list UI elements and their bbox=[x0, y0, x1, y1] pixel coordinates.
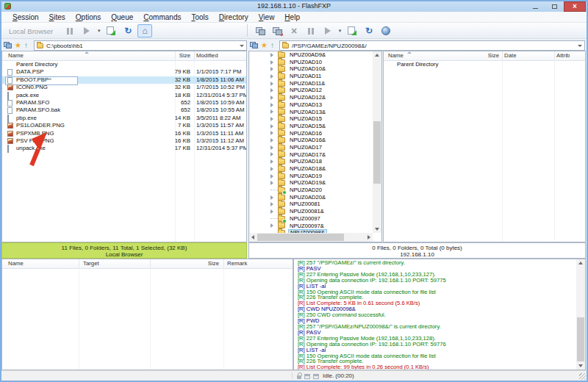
go-up-icon[interactable]: ↑ bbox=[270, 41, 274, 49]
tree-item[interactable]: NPUZ0AD20 bbox=[250, 187, 373, 194]
file-row[interactable]: pbp.exe14 KB3/5/2011 8:22 AM bbox=[2, 115, 246, 122]
tree-item[interactable]: NPUZ0AD16& bbox=[250, 137, 373, 144]
file-row[interactable]: PS1LOADER.PNG7 KB1/3/2015 11:57 AM bbox=[2, 122, 246, 129]
browse-network-icon[interactable] bbox=[250, 42, 258, 48]
expand-icon[interactable] bbox=[270, 202, 273, 206]
column-header-size[interactable]: Size bbox=[457, 51, 499, 60]
scroll-left-arrow[interactable] bbox=[249, 233, 257, 242]
expand-icon[interactable] bbox=[270, 152, 273, 156]
tree-item[interactable]: NPUZ0AD13& bbox=[250, 109, 373, 116]
favorites-star-icon[interactable]: ★ bbox=[261, 41, 268, 49]
resize-grip[interactable] bbox=[579, 373, 586, 380]
tree-item[interactable]: NPUZ0AD19 bbox=[250, 173, 373, 180]
expand-icon[interactable] bbox=[270, 145, 273, 150]
tree-item[interactable]: NPUZ00097& bbox=[250, 223, 373, 230]
column-header-target[interactable]: Target bbox=[83, 259, 99, 268]
scrollbar-thumb[interactable] bbox=[373, 121, 381, 184]
rename-edit[interactable]: PBOOT.PBP^ bbox=[16, 76, 51, 84]
disconnect-button[interactable] bbox=[270, 24, 284, 37]
tree-item[interactable]: NPUZ0AD11& bbox=[250, 80, 373, 87]
menu-item-queue[interactable]: Queue bbox=[106, 12, 138, 23]
connect-button[interactable] bbox=[253, 24, 268, 37]
file-row[interactable]: PARAM.SFO.bak6521/8/2015 10:55 AM bbox=[2, 107, 246, 114]
expand-icon[interactable] bbox=[270, 88, 273, 93]
tree-item[interactable]: NPUZ00097 bbox=[250, 215, 373, 223]
menu-item-commands[interactable]: Commands bbox=[138, 12, 186, 23]
expand-icon[interactable] bbox=[270, 82, 273, 86]
go-up-icon[interactable]: ↑ bbox=[24, 41, 28, 49]
expand-icon[interactable] bbox=[270, 103, 273, 107]
remote-transfer-button[interactable] bbox=[345, 24, 359, 37]
tree-item[interactable]: NPUZ00AD9& bbox=[250, 51, 373, 59]
expand-icon[interactable] bbox=[270, 174, 273, 179]
title-bar[interactable]: 192.168.1.10 - FlashFXP × bbox=[0, 0, 588, 12]
file-row[interactable]: pack.exe18 KB12/31/2014 5:37 PM bbox=[2, 92, 246, 99]
file-row[interactable]: ICON0.PNG32 KB1/7/2015 10:52 PM bbox=[2, 84, 246, 91]
file-row[interactable]: Parent Directory bbox=[384, 61, 585, 68]
tree-horizontal-scrollbar[interactable] bbox=[249, 233, 373, 242]
column-header-size[interactable]: Size bbox=[127, 51, 190, 60]
expand-icon[interactable] bbox=[270, 131, 273, 135]
file-row[interactable]: DATA.PSP79 KB1/1/2015 7:17 PM bbox=[2, 68, 246, 76]
expand-icon[interactable] bbox=[270, 167, 273, 171]
column-separator[interactable] bbox=[175, 51, 176, 60]
tree-item[interactable]: NPUZ0AD19& bbox=[250, 179, 373, 187]
favorites-star-icon[interactable]: ★ bbox=[15, 41, 21, 49]
remote-path-combobox[interactable]: /PSP/GAMEz/NPUZ00098&/ bbox=[279, 40, 585, 51]
scrollbar-thumb[interactable] bbox=[577, 317, 584, 361]
expand-icon[interactable] bbox=[270, 138, 273, 143]
tree-item[interactable]: NPUZ00081 bbox=[250, 201, 373, 208]
file-row[interactable]: PARAM.SFO6521/8/2015 10:59 AM bbox=[2, 99, 246, 107]
tree-item[interactable]: NPUZ0AD13 bbox=[250, 101, 373, 109]
column-header-size[interactable]: Size bbox=[157, 259, 219, 268]
abort-button[interactable]: × bbox=[287, 24, 301, 37]
remote-site-button[interactable] bbox=[379, 24, 393, 37]
tree-item[interactable]: NPUZ0AD16 bbox=[250, 130, 373, 137]
expand-icon[interactable] bbox=[270, 53, 273, 57]
tree-item[interactable]: NPUZ00081& bbox=[250, 208, 373, 215]
play-dropdown[interactable]: ▾ bbox=[96, 28, 101, 34]
browse-network-icon[interactable] bbox=[4, 42, 12, 48]
tree-item[interactable]: NPUZ0AD11 bbox=[250, 73, 373, 80]
pause-button[interactable] bbox=[62, 24, 77, 37]
menu-item-sites[interactable]: Sites bbox=[44, 12, 71, 23]
column-header-remark[interactable]: Remark bbox=[227, 259, 247, 268]
chevron-down-icon[interactable] bbox=[240, 45, 244, 47]
column-separator[interactable] bbox=[223, 259, 224, 267]
column-header-date[interactable]: Date bbox=[504, 51, 516, 60]
expand-icon[interactable] bbox=[270, 60, 273, 65]
maximize-button[interactable] bbox=[545, 1, 564, 12]
file-row[interactable]: Parent Directory bbox=[2, 61, 246, 68]
tree-item[interactable]: NPUZ0AD10 bbox=[250, 59, 373, 66]
tree-item[interactable]: NPUZ0AD10& bbox=[250, 65, 373, 73]
scroll-up-arrow[interactable] bbox=[576, 259, 585, 267]
tree-item[interactable]: NPUZ0AD17& bbox=[250, 151, 373, 159]
expand-icon[interactable] bbox=[270, 124, 273, 129]
expand-icon[interactable] bbox=[270, 181, 273, 185]
column-header-name[interactable]: Name bbox=[8, 259, 24, 268]
scroll-right-arrow[interactable] bbox=[365, 233, 373, 242]
remote-pause-button[interactable] bbox=[304, 24, 318, 37]
column-separator[interactable] bbox=[502, 51, 503, 60]
expand-icon[interactable] bbox=[270, 74, 273, 79]
column-header-modified[interactable]: Modified bbox=[196, 51, 218, 60]
minimize-button[interactable] bbox=[526, 1, 545, 12]
home-button[interactable]: ⌂ bbox=[137, 24, 152, 37]
column-separator[interactable] bbox=[79, 259, 79, 267]
refresh-button[interactable]: ↻ bbox=[121, 24, 135, 37]
local-path-combobox[interactable]: C:\pboots\hb1 bbox=[34, 40, 247, 51]
menu-item-view[interactable]: View bbox=[254, 12, 280, 23]
tree-vertical-scrollbar[interactable] bbox=[373, 51, 381, 233]
column-separator[interactable] bbox=[194, 51, 195, 60]
scroll-up-arrow[interactable] bbox=[373, 51, 381, 59]
log-vertical-scrollbar[interactable] bbox=[576, 259, 585, 370]
scroll-down-arrow[interactable] bbox=[373, 226, 381, 233]
menu-item-directory[interactable]: Directory bbox=[214, 12, 254, 23]
remote-play-button[interactable] bbox=[320, 24, 335, 37]
column-separator[interactable] bbox=[150, 259, 151, 267]
file-row[interactable]: PBOOT.PBP^32 KB1/8/2015 11:06 AM bbox=[2, 76, 246, 84]
transfer-button[interactable] bbox=[104, 24, 118, 37]
column-header-name[interactable]: Name bbox=[388, 51, 404, 60]
tree-item[interactable]: NPUZ0AD12 bbox=[250, 87, 373, 94]
column-separator[interactable] bbox=[554, 51, 555, 60]
